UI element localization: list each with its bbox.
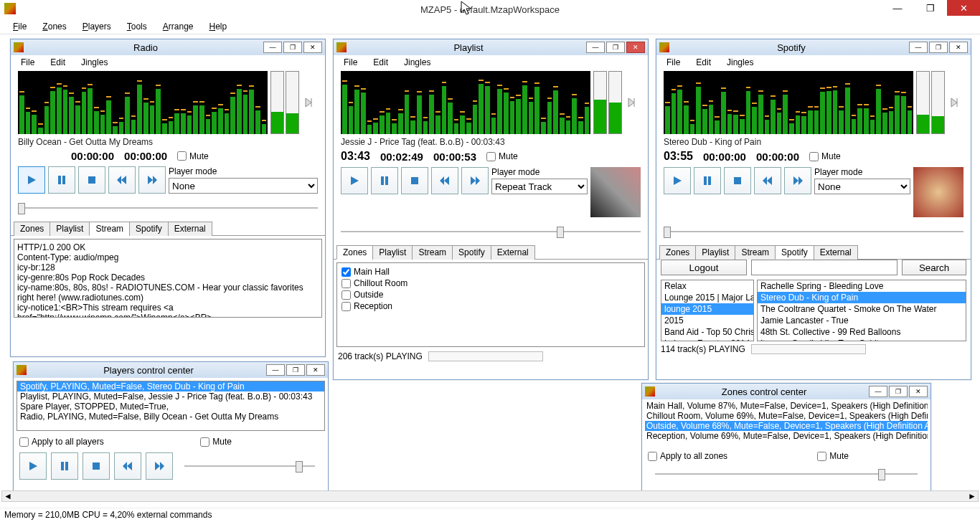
- playlist-mute-check[interactable]: Mute: [486, 151, 518, 161]
- menu-tools[interactable]: Tools: [120, 20, 154, 33]
- spotify-stop-button[interactable]: [724, 167, 751, 194]
- spotify-close[interactable]: ✕: [949, 42, 968, 53]
- spotify-logout-button[interactable]: Logout: [661, 260, 747, 275]
- pcc-pause-button[interactable]: [51, 452, 78, 480]
- pcc-play-button[interactable]: [19, 452, 47, 480]
- list-item[interactable]: Jamie Lancaster - True: [758, 315, 966, 326]
- radio-jingles[interactable]: Jingles: [75, 57, 113, 67]
- zcc-max[interactable]: ❐: [889, 386, 908, 397]
- spotify-jingles[interactable]: Jingles: [721, 57, 759, 67]
- list-item[interactable]: The Cooltrane Quartet - Smoke On The Wat…: [758, 303, 966, 315]
- list-item[interactable]: 48th St. Collective - 99 Red Balloons: [758, 326, 966, 338]
- radio-pmode-select[interactable]: None: [169, 178, 318, 194]
- tab-external[interactable]: External: [814, 245, 858, 260]
- workspace-hscroll[interactable]: ◄►: [1, 490, 979, 502]
- playlist-max[interactable]: ❐: [606, 42, 625, 53]
- spotify-playlists[interactable]: RelaxLounge 2015 | Major Lalounge 201520…: [661, 280, 754, 341]
- tab-spotify[interactable]: Spotify: [775, 245, 814, 260]
- zone-outside[interactable]: Outside: [340, 289, 641, 300]
- spotify-file[interactable]: File: [661, 57, 686, 67]
- list-item[interactable]: Spare Player, STOPPED, Muted=True,: [17, 402, 324, 412]
- spotify-next-button[interactable]: [784, 167, 811, 194]
- list-item[interactable]: Playlist, PLAYING, Muted=False, Jessie J…: [17, 392, 324, 402]
- list-item[interactable]: Band Aid - Top 50 Chris: [661, 326, 753, 338]
- zone-main-hall[interactable]: Main Hall: [340, 266, 641, 277]
- spotify-pause-button[interactable]: [694, 167, 721, 194]
- tab-stream[interactable]: Stream: [89, 222, 130, 236]
- zcc-volume-slider[interactable]: [655, 467, 918, 481]
- tab-external[interactable]: External: [491, 245, 535, 260]
- zcc-list[interactable]: Main Hall, Volume 87%, Mute=False, Devic…: [645, 401, 928, 447]
- list-item[interactable]: 2015: [661, 315, 753, 326]
- playlist-next-button[interactable]: [461, 167, 489, 194]
- playlist-jingles[interactable]: Jingles: [398, 57, 436, 67]
- radio-close[interactable]: ✕: [303, 42, 322, 53]
- list-item[interactable]: lounge 2015: [661, 303, 753, 315]
- list-item[interactable]: Reception, Volume 69%, Mute=False, Devic…: [645, 431, 928, 441]
- pcc-close[interactable]: ✕: [306, 364, 325, 376]
- pcc-max[interactable]: ❐: [286, 364, 305, 376]
- spotify-play-button[interactable]: [664, 167, 691, 194]
- tab-playlist[interactable]: Playlist: [372, 245, 413, 260]
- list-item[interactable]: Rachelle Spring - Bleeding Love: [758, 280, 966, 292]
- spotify-mute-check[interactable]: Mute: [809, 151, 841, 161]
- radio-max[interactable]: ❐: [283, 42, 302, 53]
- list-item[interactable]: Stereo Dub - King of Pain: [758, 292, 966, 303]
- spotify-prev-button[interactable]: [754, 167, 781, 194]
- zcc-min[interactable]: —: [869, 386, 887, 397]
- list-item[interactable]: Lokerse Feesten 2014: [661, 338, 753, 341]
- spotify-max[interactable]: ❐: [929, 42, 948, 53]
- tab-playlist[interactable]: Playlist: [50, 222, 90, 236]
- playlist-prev-button[interactable]: [431, 167, 458, 194]
- radio-stop-button[interactable]: [78, 166, 105, 194]
- tab-zones[interactable]: Zones: [659, 245, 696, 260]
- radio-min[interactable]: —: [263, 42, 282, 53]
- list-item[interactable]: Outside, Volume 68%, Mute=False, Device=…: [645, 421, 928, 431]
- list-item[interactable]: Radio, PLAYING, Muted=False, Billy Ocean…: [17, 412, 324, 422]
- playlist-pause-button[interactable]: [371, 167, 398, 194]
- tab-spotify[interactable]: Spotify: [452, 245, 491, 260]
- list-item[interactable]: Main Hall, Volume 87%, Mute=False, Devic…: [645, 401, 928, 411]
- tab-zones[interactable]: Zones: [14, 222, 50, 236]
- tab-external[interactable]: External: [168, 222, 212, 236]
- menu-zones[interactable]: Zones: [35, 20, 73, 33]
- playlist-edit[interactable]: Edit: [367, 57, 394, 67]
- playlist-file[interactable]: File: [338, 57, 363, 67]
- tab-playlist[interactable]: Playlist: [695, 245, 735, 260]
- playlist-stop-button[interactable]: [401, 167, 428, 194]
- spotify-search-button[interactable]: Search: [902, 260, 966, 275]
- radio-prev-button[interactable]: [108, 166, 136, 194]
- radio-seek-slider[interactable]: [18, 201, 318, 215]
- spotify-search-input[interactable]: [751, 260, 897, 275]
- zcc-close[interactable]: ✕: [909, 386, 928, 397]
- list-item[interactable]: Ituana - Smells Like Teen Spirit: [758, 338, 966, 341]
- pcc-stop-button[interactable]: [83, 452, 110, 480]
- playlist-min[interactable]: —: [586, 42, 605, 53]
- spotify-edit[interactable]: Edit: [690, 57, 717, 67]
- zone-chillout-room[interactable]: Chillout Room: [340, 277, 641, 289]
- radio-next-button[interactable]: [138, 166, 166, 194]
- zone-reception[interactable]: Reception: [340, 300, 641, 312]
- pcc-min[interactable]: —: [266, 364, 285, 376]
- list-item[interactable]: Chillout Room, Volume 69%, Mute=False, D…: [645, 411, 928, 421]
- menu-help[interactable]: Help: [202, 20, 234, 33]
- tab-stream[interactable]: Stream: [735, 245, 776, 260]
- list-item[interactable]: Relax: [661, 280, 753, 292]
- playlist-seek-slider[interactable]: [341, 224, 641, 239]
- zcc-apply-check[interactable]: Apply to all zones: [648, 451, 727, 461]
- playlist-close[interactable]: ✕: [626, 42, 645, 53]
- list-item[interactable]: Lounge 2015 | Major La: [661, 292, 753, 303]
- spotify-min[interactable]: —: [909, 42, 928, 53]
- pcc-next-button[interactable]: [146, 452, 173, 480]
- list-item[interactable]: Spotify, PLAYING, Muted=False, Stereo Du…: [17, 381, 324, 392]
- radio-edit[interactable]: Edit: [44, 57, 71, 67]
- radio-file[interactable]: File: [15, 57, 40, 67]
- radio-pause-button[interactable]: [48, 166, 75, 194]
- pcc-mute-check[interactable]: Mute: [200, 437, 232, 447]
- menu-file[interactable]: File: [6, 20, 34, 33]
- tab-zones[interactable]: Zones: [336, 245, 373, 260]
- pcc-apply-check[interactable]: Apply to all players: [19, 437, 104, 447]
- radio-mute-check[interactable]: Mute: [177, 151, 209, 161]
- radio-play-button[interactable]: [18, 166, 45, 194]
- menu-players[interactable]: Players: [75, 20, 118, 33]
